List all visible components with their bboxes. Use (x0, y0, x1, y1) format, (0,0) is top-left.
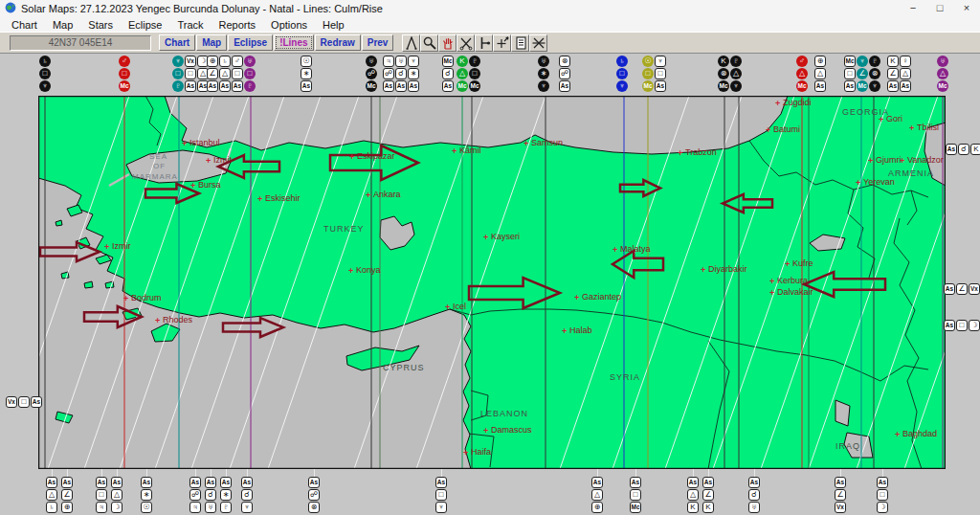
city-marker: + (104, 242, 109, 252)
glyph-badge: ♆ (408, 56, 419, 67)
sea-label: OF (153, 162, 166, 170)
glyph-badge: □ (877, 489, 888, 501)
glyph-badge: □ (244, 68, 256, 79)
sea-label: SEA (149, 152, 167, 161)
glyph-column: As∗♇ (220, 477, 232, 513)
glyph-badge: ♆ (538, 80, 549, 92)
toolbar-button-map[interactable]: Map (196, 34, 227, 51)
glyph-column: As△♄ (46, 477, 57, 513)
minimize-button[interactable]: − (900, 0, 926, 17)
glyph-column: ♆∠Mc (857, 56, 868, 92)
city-marker: + (678, 148, 682, 158)
glyph-badge: □ (844, 68, 856, 79)
glyph-badge: ⊗ (308, 502, 320, 513)
glyph-badge: As (944, 283, 955, 295)
glyph-badge: Mc (442, 56, 454, 67)
top-marker-group: ⊕∠As♄△As♂□As♅□♇ (207, 56, 256, 92)
menu-item-reports[interactable]: Reports (212, 19, 264, 31)
menu-item-track[interactable]: Track (169, 19, 211, 31)
report-icon[interactable] (511, 34, 529, 52)
marker-stem (101, 469, 102, 477)
city-marker: + (562, 326, 567, 336)
city-label: Yerevan (863, 177, 895, 187)
coordinates-field[interactable]: 42N37 045E14 (10, 35, 151, 51)
menu-item-chart[interactable]: Chart (4, 19, 45, 31)
glyph-badge: ♄ (39, 56, 51, 67)
top-marker-group: ⊗☍As (559, 56, 570, 92)
city-marker: + (349, 152, 354, 162)
bottom-marker-group: As△K (687, 477, 699, 513)
toolbar-button-chart[interactable]: Chart (159, 34, 195, 51)
glyph-badge: △ (46, 489, 57, 501)
glyph-badge: As (185, 80, 196, 92)
glyph-badge: As (232, 80, 243, 92)
glyph-badge: ∗ (301, 68, 312, 79)
zoom-icon[interactable] (420, 34, 438, 52)
glyph-badge: ☉ (301, 56, 312, 67)
glyph-badge: K (970, 144, 980, 155)
city-label: Kufre (792, 258, 813, 268)
cut-icon[interactable] (457, 34, 475, 52)
toolbar-button-eclipse[interactable]: Eclipse (228, 34, 273, 51)
glyph-badge: As (308, 477, 320, 488)
clamp-icon[interactable] (475, 34, 493, 52)
edge-marker-group: As☌K (946, 144, 980, 155)
glyph-badge: ♄ (46, 502, 57, 513)
menu-item-options[interactable]: Options (263, 19, 315, 31)
menu-bar: ChartMapStarsEclipseTrackReportsOptionsH… (0, 17, 980, 32)
glyph-badge: ♆ (616, 80, 628, 92)
menu-item-stars[interactable]: Stars (80, 19, 121, 31)
edge-marker-group: As□☽ (944, 320, 980, 331)
city-label: Rhodes (163, 315, 193, 325)
maximize-button[interactable]: □ (926, 0, 953, 17)
edge-marker-group: Vx□As (6, 396, 42, 408)
city-label: Gjumri (876, 155, 902, 165)
close-button[interactable]: × (953, 0, 980, 17)
map[interactable]: +Istanbul+Izmit+Bursa+Eskisehir+Izmir+Bo… (38, 96, 946, 469)
city-marker: + (909, 123, 914, 133)
menu-item-help[interactable]: Help (315, 19, 352, 31)
city-label: Kâmil (459, 146, 481, 155)
menu-item-eclipse[interactable]: Eclipse (121, 19, 169, 31)
glyph-badge: ∗ (220, 489, 232, 501)
country-label: SYRIA (610, 372, 640, 382)
star-icon[interactable] (529, 34, 547, 52)
marker-stem (635, 469, 636, 477)
city-label: Malatya (620, 244, 651, 254)
glyph-column: As☌♅ (748, 477, 760, 513)
glyph-badge: ∗ (408, 68, 419, 79)
glyph-column: ♅□♇ (244, 56, 256, 92)
glyph-badge: ∠ (956, 283, 968, 295)
marker-stem (195, 469, 196, 477)
glyph-badge: As (96, 477, 107, 488)
city-marker: + (769, 277, 774, 286)
city-marker: + (445, 302, 450, 312)
glyph-badge: ♆ (857, 56, 868, 67)
glyph-column: As☌♆ (241, 477, 253, 513)
glyph-badge: ♇ (172, 80, 184, 92)
glyph-badge: ♅ (366, 56, 377, 67)
glyph-column: K∠As (887, 56, 899, 92)
glyph-badge: Mc (457, 80, 468, 92)
glyph-badge: As (205, 477, 216, 488)
point-icon[interactable] (493, 34, 511, 52)
toolbar-button-prev[interactable]: Prev (362, 34, 394, 51)
city-label: Bursa (198, 180, 221, 190)
toolbar-button-lines[interactable]: !Lines (274, 34, 313, 51)
glyph-badge: △ (937, 68, 948, 79)
pan-hand-icon[interactable] (438, 34, 457, 52)
toolbar-button-redraw[interactable]: Redraw (315, 34, 361, 51)
glyph-badge: As (442, 80, 454, 92)
glyph-badge: ♇ (469, 56, 480, 67)
menu-item-map[interactable]: Map (45, 19, 80, 31)
city-label: Vanadzor (907, 155, 944, 165)
glyph-badge: △ (219, 68, 231, 79)
top-marker-group: ♅☍Mc (366, 56, 377, 92)
glyph-column: As□☽ (877, 477, 888, 513)
glyph-badge: As (31, 396, 42, 408)
top-marker-group: K∠As♀△As (887, 56, 911, 92)
glyph-badge: As (189, 477, 201, 488)
city-label: Ankara (373, 190, 401, 199)
glyph-badge: ♆ (730, 80, 742, 92)
compass-icon[interactable] (402, 34, 420, 52)
